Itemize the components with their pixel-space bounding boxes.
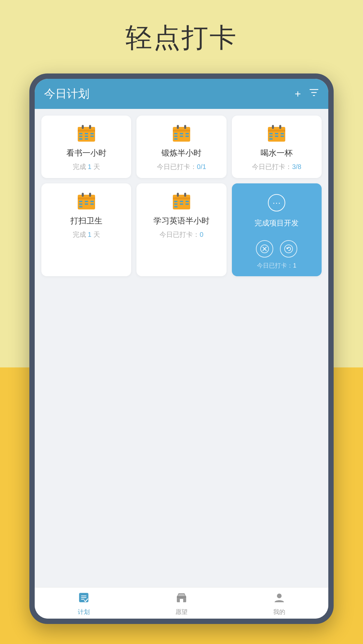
svg-rect-23	[184, 125, 186, 129]
svg-rect-3	[79, 133, 82, 134]
nav-item-wish[interactable]: 愿望	[132, 592, 230, 616]
task-name-2: 锻炼半小时	[161, 148, 202, 158]
task-name-1: 看书一小时	[66, 148, 106, 158]
svg-rect-20	[186, 136, 189, 137]
app-header: 今日计划 +	[35, 79, 328, 109]
svg-rect-67	[177, 596, 186, 598]
svg-rect-36	[78, 197, 95, 199]
bottom-nav: 计划 愿望	[35, 587, 328, 619]
task-name-6: 完成项目开发	[255, 218, 299, 228]
nav-item-mine[interactable]: 我的	[231, 592, 328, 616]
task-card-6[interactable]: ··· 完成项目开发	[232, 183, 322, 276]
svg-rect-43	[79, 206, 82, 207]
svg-rect-51	[174, 203, 177, 205]
task-card-5[interactable]: 学习英语半小时 今日已打卡：0	[136, 183, 226, 276]
task-card-1[interactable]: 看书一小时 完成 1 天	[41, 116, 131, 178]
checklist-icon	[78, 592, 90, 607]
svg-rect-5	[90, 133, 94, 134]
svg-rect-42	[90, 203, 94, 205]
svg-rect-34	[279, 125, 281, 129]
cancel-action-button[interactable]	[256, 240, 273, 258]
svg-rect-9	[79, 138, 82, 140]
svg-rect-54	[174, 206, 177, 207]
phone-inner: 今日计划 +	[35, 79, 328, 619]
svg-rect-2	[78, 130, 95, 132]
svg-rect-31	[281, 136, 284, 137]
undo-action-button[interactable]	[280, 240, 297, 258]
svg-rect-12	[89, 125, 91, 129]
calendar-icon-4	[76, 191, 96, 211]
task-name-5: 学习英语半小时	[153, 215, 210, 226]
store-icon	[175, 592, 188, 607]
svg-rect-8	[90, 136, 94, 137]
svg-rect-19	[180, 136, 183, 137]
phone-frame: 今日计划 +	[29, 73, 334, 624]
nav-label-wish: 愿望	[175, 608, 188, 616]
svg-rect-28	[281, 133, 284, 134]
svg-rect-4	[85, 133, 88, 134]
header-title: 今日计划	[44, 86, 89, 102]
svg-rect-7	[85, 136, 88, 137]
svg-rect-14	[173, 130, 190, 132]
person-icon	[273, 592, 285, 607]
task-card-2[interactable]: 锻炼半小时 今日已打卡：0/1	[136, 116, 226, 178]
svg-rect-66	[180, 599, 183, 602]
nav-label-plan: 计划	[78, 608, 90, 616]
calendar-icon-3	[267, 124, 287, 144]
svg-point-60	[285, 245, 293, 253]
svg-rect-26	[269, 133, 273, 134]
calendar-icon-1	[76, 124, 96, 144]
svg-rect-38	[85, 201, 88, 202]
app-content: 看书一小时 完成 1 天	[35, 109, 328, 587]
calendar-icon-5	[171, 191, 192, 211]
task-status-5: 今日已打卡：0	[159, 230, 203, 239]
active-actions	[256, 240, 297, 258]
task-card-3[interactable]: 喝水一杯 今日已打卡：3/8	[232, 116, 322, 178]
svg-rect-29	[269, 136, 273, 137]
svg-rect-33	[272, 125, 274, 129]
task-card-4[interactable]: 打扫卫生 完成 1 天	[41, 183, 131, 276]
svg-rect-10	[85, 138, 88, 140]
svg-rect-17	[186, 133, 189, 134]
nav-item-plan[interactable]: 计划	[35, 592, 132, 616]
svg-rect-55	[177, 193, 179, 197]
svg-rect-48	[174, 201, 177, 202]
task-name-4: 打扫卫生	[70, 215, 102, 226]
svg-rect-15	[174, 133, 177, 134]
svg-rect-50	[186, 201, 189, 202]
svg-rect-18	[174, 136, 177, 137]
svg-rect-45	[89, 193, 91, 197]
task-status-6: 今日已打卡：1	[257, 262, 296, 270]
svg-rect-32	[269, 138, 273, 140]
task-status-1: 完成 1 天	[73, 162, 100, 171]
task-name-3: 喝水一杯	[261, 148, 293, 158]
nav-label-mine: 我的	[273, 608, 285, 616]
header-actions: +	[295, 88, 319, 100]
svg-rect-40	[79, 203, 82, 205]
svg-rect-6	[79, 136, 82, 137]
task-grid: 看书一小时 完成 1 天	[41, 116, 322, 276]
task-status-3: 今日已打卡：3/8	[252, 162, 301, 171]
svg-rect-37	[79, 201, 82, 202]
svg-rect-16	[180, 133, 183, 134]
task-status-4: 完成 1 天	[73, 230, 100, 239]
svg-rect-21	[174, 138, 177, 140]
calendar-icon-2	[171, 124, 192, 144]
svg-rect-44	[82, 193, 84, 197]
svg-rect-47	[173, 197, 190, 199]
svg-rect-39	[90, 201, 94, 202]
svg-rect-11	[82, 125, 84, 129]
svg-rect-53	[186, 203, 189, 205]
svg-rect-27	[275, 133, 278, 134]
svg-rect-56	[184, 193, 186, 197]
filter-button[interactable]	[309, 88, 319, 100]
svg-rect-25	[268, 130, 285, 132]
svg-rect-22	[177, 125, 179, 129]
svg-rect-41	[85, 203, 88, 205]
svg-point-68	[277, 594, 282, 598]
page-title: 轻点打卡	[0, 20, 363, 56]
more-button[interactable]: ···	[268, 194, 285, 211]
add-button[interactable]: +	[295, 88, 301, 100]
svg-rect-49	[180, 201, 183, 202]
svg-rect-30	[275, 136, 278, 137]
